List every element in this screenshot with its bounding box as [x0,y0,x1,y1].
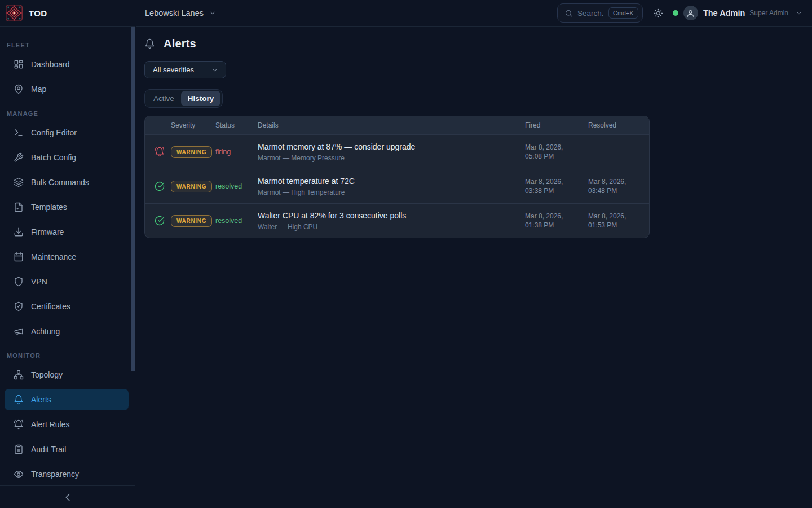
sidebar-item-label: Dashboard [31,60,70,69]
app-name: TOD [29,8,47,18]
severity-filter-select[interactable]: All severities [144,61,226,78]
download-icon [14,227,24,237]
column-header-fired: Fired [522,121,585,129]
alert-subtitle: Marmot — High Temperature [258,189,522,196]
sidebar-section-monitor: MONITORTopologyAlertsAlert RulesAudit Tr… [0,352,135,485]
tab-active[interactable]: Active [147,91,181,106]
row-state-cell [145,147,171,157]
sidebar-item-templates[interactable]: Templates [5,196,129,218]
online-status-dot [673,10,678,16]
sidebar-item-map[interactable]: Map [5,78,129,100]
alert-title: Walter CPU at 82% for 3 consecutive poll… [258,211,522,220]
sidebar-nav: FLEETDashboardMapMANAGEConfig EditorBatc… [0,27,135,485]
alert-title: Marmot temperature at 72C [258,177,522,186]
severity-filter-value: All severities [153,65,194,74]
dashboard-icon [14,59,24,69]
sidebar-item-label: Maintenance [31,252,76,261]
resolved-time: Mar 8, 2026, 03:48 PM [585,177,649,195]
sidebar-item-dashboard[interactable]: Dashboard [5,54,129,75]
sidebar-item-vpn[interactable]: VPN [5,271,129,292]
alert-title: Marmot memory at 87% — consider upgrade [258,142,522,151]
sidebar-item-config-editor[interactable]: Config Editor [5,122,129,143]
circle-check-icon [155,216,165,226]
file-icon [14,202,24,212]
alerts-tabs: ActiveHistory [144,89,223,108]
search-shortcut-badge: Cmd+K [608,7,638,19]
avatar[interactable] [683,6,698,20]
user-icon [686,9,695,17]
alert-subtitle: Walter — High CPU [258,223,522,231]
theme-toggle-sun-icon[interactable] [654,8,663,18]
sidebar-collapse-button[interactable] [61,491,74,503]
app-logo: TOD [0,0,135,27]
sidebar-item-label: VPN [31,277,47,286]
sidebar-section-label: MONITOR [0,352,135,361]
sidebar-item-audit-trail[interactable]: Audit Trail [5,439,129,460]
sidebar-item-label: Config Editor [31,128,77,137]
bell-icon [144,38,155,49]
table-row[interactable]: WARNINGresolvedWalter CPU at 82% for 3 c… [145,203,649,238]
chevron-down-icon [209,9,217,17]
table-row[interactable]: WARNINGfiringMarmot memory at 87% — cons… [145,134,649,169]
sidebar-section-fleet: FLEETDashboardMap [0,42,135,100]
column-header-severity: Severity [171,121,215,129]
megaphone-icon [14,326,24,336]
severity-cell: WARNING [171,181,215,192]
page-title-row: Alerts [144,37,196,50]
bell-ring-icon [14,419,24,430]
map-pin-icon [14,84,24,94]
circle-check-icon [155,181,165,191]
status-text: resolved [215,217,258,225]
sidebar-item-topology[interactable]: Topology [5,364,129,386]
severity-badge: WARNING [171,215,212,227]
sidebar-item-alerts[interactable]: Alerts [5,389,129,410]
fired-time: Mar 8, 2026, 05:08 PM [522,143,585,161]
fired-time: Mar 8, 2026, 03:38 PM [522,177,585,195]
sidebar-item-maintenance[interactable]: Maintenance [5,246,129,268]
chevron-down-icon [211,66,219,74]
sidebar-item-firmware[interactable]: Firmware [5,221,129,243]
tab-history[interactable]: History [181,91,221,106]
sidebar-item-label: Transparency [31,470,79,479]
search-input[interactable] [577,9,604,17]
wrench-icon [14,152,24,163]
sidebar-scrollbar-thumb[interactable] [131,27,135,371]
sidebar-footer [0,485,135,508]
column-header-details: Details [258,121,522,129]
details-cell: Walter CPU at 82% for 3 consecutive poll… [258,211,522,231]
user-menu-chevron-icon[interactable] [795,9,803,17]
row-state-cell [145,216,171,226]
sidebar-section-label: MANAGE [0,110,135,119]
severity-badge: WARNING [171,181,212,192]
alert-subtitle: Marmot — Memory Pressure [258,154,522,162]
status-text: resolved [215,182,258,190]
search-box[interactable]: Cmd+K [557,3,643,23]
sidebar-item-certificates[interactable]: Certificates [5,296,129,317]
sidebar-item-transparency[interactable]: Transparency [5,463,129,485]
sidebar-item-label: Bulk Commands [31,178,89,187]
org-selector[interactable]: Lebowski Lanes [145,8,217,17]
severity-badge: WARNING [171,146,212,158]
sidebar-item-label: Achtung [31,327,60,336]
table-row[interactable]: WARNINGresolvedMarmot temperature at 72C… [145,169,649,203]
sidebar-item-achtung[interactable]: Achtung [5,321,129,342]
calendar-icon [14,252,24,262]
sidebar-item-batch-config[interactable]: Batch Config [5,147,129,168]
sidebar-item-label: Alert Rules [31,420,69,429]
column-header-status: Status [215,121,258,129]
sidebar-section-manage: MANAGEConfig EditorBatch ConfigBulk Comm… [0,110,135,342]
search-icon [564,9,573,17]
row-state-cell [145,181,171,191]
sidebar-item-alert-rules[interactable]: Alert Rules [5,414,129,435]
sidebar-item-bulk-commands[interactable]: Bulk Commands [5,172,129,193]
user-name: The Admin [703,8,745,17]
table-body: WARNINGfiringMarmot memory at 87% — cons… [145,134,649,238]
resolved-time: — [585,147,649,156]
details-cell: Marmot temperature at 72CMarmot — High T… [258,177,522,196]
sidebar-item-label: Templates [31,203,67,212]
status-text: firing [215,148,258,156]
resolved-time: Mar 8, 2026, 01:53 PM [585,212,649,230]
sidebar-item-label: Map [31,85,46,94]
terminal-icon [14,128,24,138]
table-header: SeverityStatusDetailsFiredResolved [145,116,649,134]
